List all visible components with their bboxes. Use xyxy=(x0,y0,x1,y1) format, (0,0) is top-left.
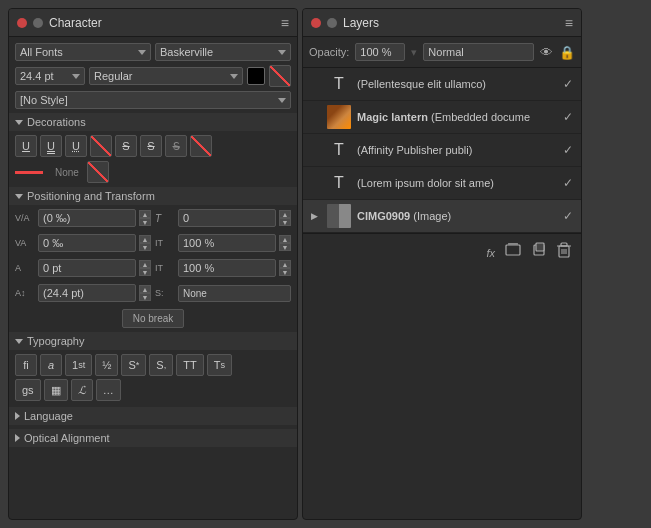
baseline-down[interactable]: ▼ xyxy=(139,268,151,276)
layer-item[interactable]: T (Pellentesque elit ullamco) ✓ xyxy=(303,68,581,101)
script-btn[interactable]: ℒ xyxy=(71,379,93,401)
va-down[interactable]: ▼ xyxy=(139,218,151,226)
deco-slash-1[interactable] xyxy=(90,135,112,157)
layer-check-5[interactable]: ✓ xyxy=(563,209,573,223)
shear-label: S: xyxy=(155,288,175,298)
layer-toolbar: fx xyxy=(303,233,581,269)
height-stepper: ▲ ▼ xyxy=(279,260,291,276)
size-up[interactable]: ▲ xyxy=(139,285,151,293)
s-sub-btn[interactable]: S, xyxy=(149,354,173,376)
magic-lantern-thumb xyxy=(327,105,351,129)
optical-section-header[interactable]: Optical Alignment xyxy=(9,429,297,447)
expand-arrow-5[interactable]: ▶ xyxy=(311,211,321,221)
font-size-select[interactable]: 24.4 pt xyxy=(15,67,85,85)
t-up[interactable]: ▲ xyxy=(279,210,291,218)
character-menu-icon[interactable]: ≡ xyxy=(281,15,289,31)
va2-input[interactable] xyxy=(38,234,136,252)
shear-select[interactable]: None xyxy=(178,285,291,302)
minimize-dot[interactable] xyxy=(33,18,43,28)
width-up[interactable]: ▲ xyxy=(279,235,291,243)
font-name-select[interactable]: Baskerville xyxy=(155,43,291,61)
s-small-btn[interactable]: S* xyxy=(121,354,146,376)
character-panel-title: Character xyxy=(49,16,102,30)
strikethrough-btn[interactable]: S xyxy=(115,135,137,157)
size-down[interactable]: ▼ xyxy=(139,293,151,301)
t-input[interactable] xyxy=(178,209,276,227)
fi-ligature-btn[interactable]: fi xyxy=(15,354,37,376)
layers-minimize-dot[interactable] xyxy=(327,18,337,28)
box-btn[interactable]: ▦ xyxy=(44,379,68,401)
va-stepper: ▲ ▼ xyxy=(139,210,151,226)
va2-down[interactable]: ▼ xyxy=(139,243,151,251)
svg-rect-0 xyxy=(506,245,520,255)
size-input[interactable] xyxy=(38,284,136,302)
layer-check-2[interactable]: ✓ xyxy=(563,110,573,124)
no-style-select[interactable]: [No Style] xyxy=(15,91,291,109)
fx-button[interactable]: fx xyxy=(484,242,497,262)
eye-icon[interactable]: 👁 xyxy=(540,45,553,60)
va2-up[interactable]: ▲ xyxy=(139,235,151,243)
text-thumb-1: T xyxy=(327,72,351,96)
t-down[interactable]: ▼ xyxy=(279,218,291,226)
typography-row-1: fi a 1st ½ S* S, TT Ts xyxy=(15,354,291,376)
baseline-stepper: ▲ ▼ xyxy=(139,260,151,276)
layers-menu-icon[interactable]: ≡ xyxy=(565,15,573,31)
layers-close-dot[interactable] xyxy=(311,18,321,28)
text-color-swatch[interactable] xyxy=(247,67,265,85)
height-input[interactable] xyxy=(178,259,276,277)
opacity-input[interactable] xyxy=(355,43,405,61)
width-down[interactable]: ▼ xyxy=(279,243,291,251)
close-dot[interactable] xyxy=(17,18,27,28)
underline-dotted-btn[interactable]: U xyxy=(65,135,87,157)
italic-a-btn[interactable]: a xyxy=(40,354,62,376)
none-label: None xyxy=(51,167,83,178)
deco-slash-2[interactable] xyxy=(190,135,212,157)
tt-btn[interactable]: TT xyxy=(176,354,203,376)
va-input[interactable] xyxy=(38,209,136,227)
strikethrough3-btn[interactable]: S̶ xyxy=(165,135,187,157)
trash-icon xyxy=(557,242,571,258)
baseline-up[interactable]: ▲ xyxy=(139,260,151,268)
duplicate-layer-button[interactable] xyxy=(529,240,549,263)
language-section-header[interactable]: Language xyxy=(9,407,297,425)
decorations-row: U U U S S S̶ xyxy=(15,135,291,157)
layer-check-4[interactable]: ✓ xyxy=(563,176,573,190)
all-fonts-select[interactable]: All Fonts xyxy=(15,43,151,61)
layer-name-3: (Affinity Publisher publi) xyxy=(357,144,557,156)
color-slash-box[interactable] xyxy=(269,65,291,87)
t-sub-btn[interactable]: Ts xyxy=(207,354,232,376)
lock-icon[interactable]: 🔒 xyxy=(559,45,575,60)
add-layer-button[interactable] xyxy=(503,240,523,263)
layer-item[interactable]: T (Lorem ipsum dolor sit ame) ✓ xyxy=(303,167,581,200)
opacity-row: Opacity: ▾ Normal 👁 🔒 xyxy=(303,37,581,68)
positioning-section-header[interactable]: Positioning and Transform xyxy=(9,187,297,205)
va-up[interactable]: ▲ xyxy=(139,210,151,218)
layer-item[interactable]: Magic lantern (Embedded docume ✓ xyxy=(303,101,581,134)
layer-check-3[interactable]: ✓ xyxy=(563,143,573,157)
layer-item[interactable]: T (Affinity Publisher publi) ✓ xyxy=(303,134,581,167)
layer-item[interactable]: ▶ CIMG0909 (Image) ✓ xyxy=(303,200,581,233)
decorations-section-header[interactable]: Decorations xyxy=(9,113,297,131)
super1-btn[interactable]: 1st xyxy=(65,354,92,376)
no-break-button[interactable]: No break xyxy=(122,309,185,328)
typography-section-header[interactable]: Typography xyxy=(9,332,297,350)
layer-check-1[interactable]: ✓ xyxy=(563,77,573,91)
layers-panel-title: Layers xyxy=(343,16,379,30)
va2-label: VA xyxy=(15,238,35,248)
half-btn[interactable]: ½ xyxy=(95,354,118,376)
deco-none-slash[interactable] xyxy=(87,161,109,183)
delete-layer-button[interactable] xyxy=(555,240,573,263)
underline-btn[interactable]: U xyxy=(15,135,37,157)
add-layer-icon xyxy=(505,242,521,258)
character-panel-body: All Fonts Baskerville 24.4 pt Regular xyxy=(9,37,297,457)
height-up[interactable]: ▲ xyxy=(279,260,291,268)
blend-mode-select[interactable]: Normal xyxy=(423,43,534,61)
underline-double-btn[interactable]: U xyxy=(40,135,62,157)
width-input[interactable] xyxy=(178,234,276,252)
baseline-input[interactable] xyxy=(38,259,136,277)
gs-btn[interactable]: gs xyxy=(15,379,41,401)
height-down[interactable]: ▼ xyxy=(279,268,291,276)
font-style-select[interactable]: Regular xyxy=(89,67,243,85)
strikethrough2-btn[interactable]: S xyxy=(140,135,162,157)
more-btn[interactable]: … xyxy=(96,379,121,401)
